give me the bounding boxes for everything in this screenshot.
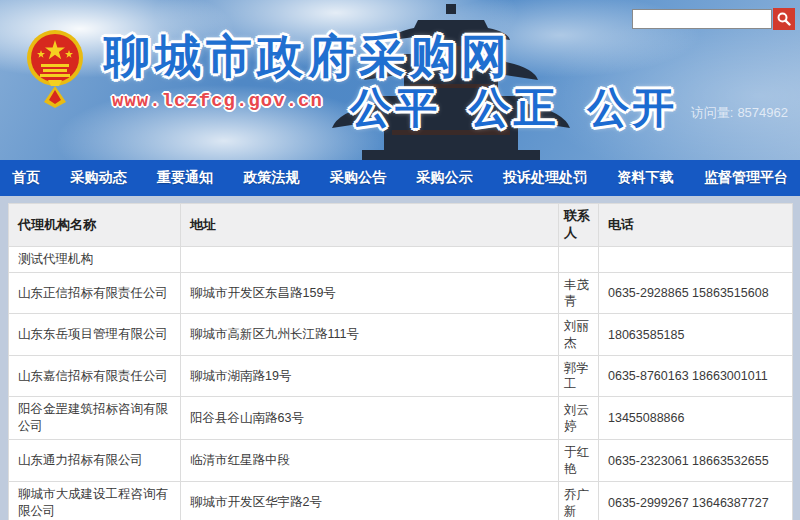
nav-item-home[interactable]: 首页: [10, 169, 42, 187]
visit-label: 访问量:: [691, 105, 734, 120]
contact-cell: 郭学工: [559, 355, 599, 397]
search-button[interactable]: [773, 8, 795, 30]
nav-item-policies[interactable]: 政策法规: [242, 169, 302, 187]
table-row: 阳谷金罡建筑招标咨询有限公司 阳谷县谷山南路63号 刘云婷 1345508886…: [9, 397, 793, 440]
column-header-agency-name: 代理机构名称: [9, 204, 181, 247]
page: 聊城市政府采购网 www.lczfcg.gov.cn 公平 公正 公开 访问量:…: [0, 0, 800, 520]
site-slogan: 公平 公正 公开: [350, 80, 677, 136]
nav-item-important-notices[interactable]: 重要通知: [155, 169, 215, 187]
contact-cell: 乔广新: [559, 481, 599, 520]
site-title: 聊城市政府采购网: [104, 26, 512, 88]
column-header-contact: 联系人: [559, 204, 599, 247]
address-cell: 聊城市高新区九州长江路111号: [181, 314, 559, 356]
address-cell: 阳谷县谷山南路63号: [181, 397, 559, 440]
table-row: 山东正信招标有限责任公司 聊城市开发区东昌路159号 丰茂青 0635-2928…: [9, 272, 793, 314]
address-cell: [181, 246, 559, 272]
phone-cell: 0635-2323061 18663532655: [599, 440, 793, 482]
search-icon: [777, 12, 791, 26]
phone-cell: 0635-8760163 18663001011: [599, 355, 793, 397]
nav-item-publicity[interactable]: 采购公示: [415, 169, 475, 187]
address-cell: 临清市红星路中段: [181, 440, 559, 482]
table-row: 山东嘉信招标有限责任公司 聊城市湖南路19号 郭学工 0635-8760163 …: [9, 355, 793, 397]
content-area: 代理机构名称 地址 联系人 电话 测试代理机构 山东正信招标有限责任公司 聊城市…: [0, 196, 800, 520]
column-header-phone: 电话: [599, 204, 793, 247]
column-header-address: 地址: [181, 204, 559, 247]
main-nav: 首页 采购动态 重要通知 政策法规 采购公告 采购公示 投诉处理处罚 资料下载 …: [0, 160, 800, 196]
nav-item-complaints[interactable]: 投诉处理处罚: [501, 169, 589, 187]
table-row: 聊城市大成建设工程咨询有限公司 聊城市开发区华宇路2号 乔广新 0635-299…: [9, 481, 793, 520]
address-cell: 聊城市开发区东昌路159号: [181, 272, 559, 314]
national-emblem-icon: [26, 28, 84, 108]
address-cell: 聊城市湖南路19号: [181, 355, 559, 397]
site-url: www.lczfcg.gov.cn: [112, 90, 323, 112]
nav-item-supervision-platform[interactable]: 监督管理平台: [702, 169, 790, 187]
phone-cell: [599, 246, 793, 272]
table-row: 山东东岳项目管理有限公司 聊城市高新区九州长江路111号 刘丽杰 1806358…: [9, 314, 793, 356]
visit-counter: 访问量:8574962: [691, 104, 788, 122]
contact-cell: 刘云婷: [559, 397, 599, 440]
table-header-row: 代理机构名称 地址 联系人 电话: [9, 204, 793, 247]
agency-name-cell: 聊城市大成建设工程咨询有限公司: [9, 481, 181, 520]
phone-cell: 0635-2928865 15863515608: [599, 272, 793, 314]
agency-name-cell: 山东东岳项目管理有限公司: [9, 314, 181, 356]
table-row: 测试代理机构: [9, 246, 793, 272]
agency-name-cell: 阳谷金罡建筑招标咨询有限公司: [9, 397, 181, 440]
contact-cell: 刘丽杰: [559, 314, 599, 356]
site-banner: 聊城市政府采购网 www.lczfcg.gov.cn 公平 公正 公开 访问量:…: [0, 0, 800, 160]
search-box: [632, 8, 795, 30]
contact-cell: 丰茂青: [559, 272, 599, 314]
contact-cell: 于红艳: [559, 440, 599, 482]
agency-name-cell: 山东正信招标有限责任公司: [9, 272, 181, 314]
agency-name-cell: 山东通力招标有限公司: [9, 440, 181, 482]
nav-item-downloads[interactable]: 资料下载: [616, 169, 676, 187]
nav-item-announcements[interactable]: 采购公告: [328, 169, 388, 187]
visit-count: 8574962: [737, 105, 788, 120]
phone-cell: 0635-2999267 13646387727: [599, 481, 793, 520]
table-row: 山东通力招标有限公司 临清市红星路中段 于红艳 0635-2323061 186…: [9, 440, 793, 482]
search-input[interactable]: [632, 9, 772, 29]
nav-item-procurement-news[interactable]: 采购动态: [69, 169, 129, 187]
address-cell: 聊城市开发区华宇路2号: [181, 481, 559, 520]
agency-name-cell: 测试代理机构: [9, 246, 181, 272]
agency-name-cell: 山东嘉信招标有限责任公司: [9, 355, 181, 397]
contact-cell: [559, 246, 599, 272]
phone-cell: 13455088866: [599, 397, 793, 440]
agency-table: 代理机构名称 地址 联系人 电话 测试代理机构 山东正信招标有限责任公司 聊城市…: [8, 203, 793, 520]
phone-cell: 18063585185: [599, 314, 793, 356]
